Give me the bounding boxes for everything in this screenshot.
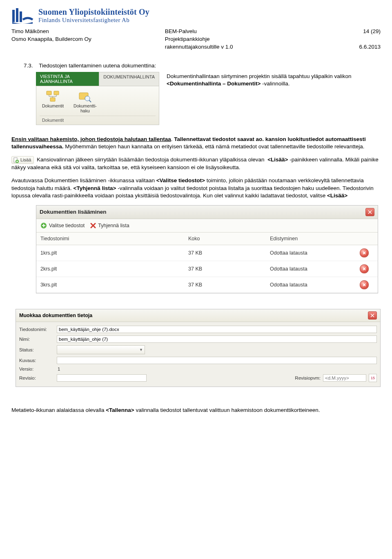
edit-metadata-dialog: Muokkaa dokumenttien tietoja Tiedostonim…	[16, 309, 381, 387]
value-versio: 1	[57, 367, 60, 371]
intro-paragraph: Dokumentinhallintaan siirtyminen projekt…	[167, 73, 378, 87]
row-delete-button[interactable]	[360, 248, 369, 257]
paragraph-save: Metatieto-ikkunan alalaidassa olevalla <…	[11, 407, 381, 414]
folder-tree-icon	[46, 90, 60, 103]
ribbon-btn-document-search[interactable]: Dokumentti- haku	[74, 90, 97, 113]
service-name: BEM-Palvelu	[165, 28, 359, 36]
label-versio: Versio:	[19, 367, 54, 371]
dialog-title: Dokumenttien lisääminen	[40, 209, 107, 215]
ribbon-tab-other[interactable]: DOKUMENTINHALLINTA	[99, 72, 159, 86]
section-title: Tiedostojen tallentaminen uutena dokumen…	[39, 63, 156, 69]
cell-progress: Odottaa latausta	[266, 245, 356, 261]
cell-size: 37 KB	[184, 277, 266, 293]
label-tiedostonimi: Tiedostonimi:	[19, 327, 54, 332]
add-page-icon	[13, 157, 19, 163]
cell-filename: 2krs.plt	[36, 261, 184, 277]
doc-header: Timo Mälkönen Osmo Knaappila, Buildercom…	[11, 28, 381, 51]
plus-circle-icon	[40, 222, 47, 229]
cell-filename: 1krs.plt	[36, 245, 184, 261]
close-icon	[362, 283, 366, 287]
paragraph-lisaa-button: Lisää Kansiovalinnan jälkeen siirrytään …	[11, 156, 381, 171]
input-nimi[interactable]	[57, 335, 377, 343]
cell-progress: Odottaa latausta	[266, 261, 356, 277]
x-red-icon	[90, 223, 96, 228]
svg-rect-5	[50, 98, 55, 101]
ribbon-tab-active[interactable]: VIESTINTÄ JA AJANHALLINTA	[36, 72, 99, 86]
close-icon	[368, 210, 372, 214]
add-documents-dialog: Dokumenttien lisääminen Valitse tiedosto…	[36, 205, 378, 293]
calendar-icon[interactable]: 15	[369, 374, 377, 382]
input-revisio[interactable]	[57, 374, 147, 382]
svg-line-8	[89, 100, 91, 102]
svg-rect-4	[54, 91, 59, 95]
col-filename: Tiedostonimi	[36, 233, 184, 245]
company-logo-icon	[11, 7, 33, 24]
logo-title-sv: Finlands Universitetsfastigheter Ab	[38, 17, 149, 24]
label-status: Status:	[19, 347, 54, 352]
col-size: Koko	[184, 233, 266, 245]
table-row: 2krs.plt37 KBOdottaa latausta	[36, 261, 378, 277]
doc-date: 6.6.2013	[359, 43, 381, 51]
lisaa-chip[interactable]: Lisää	[11, 156, 34, 164]
close-icon	[362, 267, 366, 271]
table-row: 3krs.plt37 KBOdottaa latausta	[36, 277, 378, 293]
svg-rect-0	[12, 10, 15, 22]
close-icon	[370, 313, 374, 318]
select-status[interactable]: ▼	[57, 345, 145, 354]
doc-version: rakennuttajakonsultille v 1.0	[165, 43, 359, 51]
paragraph-add-dialog: Avautuvassa Dokumenttien lisääminen -ikk…	[11, 177, 381, 199]
row-delete-button[interactable]	[360, 264, 369, 273]
folder-search-icon	[78, 90, 92, 103]
ribbon-screenshot: VIESTINTÄ JA AJANHALLINTA DOKUMENTINHALL…	[36, 72, 159, 125]
upload-table: Tiedostonimi Koko Edistyminen 1krs.plt37…	[36, 233, 378, 293]
paragraph-select-folder: Ensin valitaan hakemisto, johon tiedosto…	[11, 136, 381, 150]
author-1: Timo Mälkönen	[11, 28, 91, 36]
ribbon-group-label: Dokumentit	[40, 116, 156, 124]
ribbon-btn-documents[interactable]: Dokumentit	[42, 90, 64, 113]
dialog-close-button[interactable]	[365, 208, 374, 216]
input-kuvaus[interactable]	[57, 357, 377, 364]
cell-size: 37 KB	[184, 245, 266, 261]
cell-size: 37 KB	[184, 261, 266, 277]
input-tiedostonimi[interactable]	[57, 326, 377, 333]
doc-subtitle: Projektipankkiohje	[165, 36, 359, 43]
label-revisio: Revisio:	[19, 376, 54, 380]
input-revisiopvm[interactable]	[323, 374, 366, 382]
clear-list-button[interactable]: Tyhjennä lista	[90, 223, 129, 228]
page-number: 14 (29)	[359, 28, 381, 36]
select-files-button[interactable]: Valitse tiedostot	[40, 222, 85, 229]
svg-rect-3	[47, 91, 51, 95]
logo-block: Suomen Yliopistokiinteistöt Oy Finlands …	[11, 7, 381, 24]
chevron-down-icon: ▼	[139, 348, 143, 352]
svg-rect-2	[20, 11, 22, 22]
meta-dialog-close-button[interactable]	[368, 311, 377, 320]
col-progress: Edistyminen	[266, 233, 356, 245]
label-kuvaus: Kuvaus:	[19, 358, 54, 363]
label-nimi: Nimi:	[19, 337, 54, 342]
close-icon	[362, 251, 366, 255]
cell-filename: 3krs.plt	[36, 277, 184, 293]
section-number: 7.3.	[24, 63, 33, 69]
logo-title-fi: Suomen Yliopistokiinteistöt Oy	[38, 7, 149, 17]
cell-progress: Odottaa latausta	[266, 277, 356, 293]
author-2: Osmo Knaappila, Buildercom Oy	[11, 36, 91, 43]
label-revisiopvm: Revisiopvm:	[295, 376, 321, 380]
row-delete-button[interactable]	[360, 280, 369, 289]
svg-rect-1	[16, 8, 18, 22]
meta-dialog-title: Muokkaa dokumenttien tietoja	[19, 313, 92, 318]
table-row: 1krs.plt37 KBOdottaa latausta	[36, 245, 378, 261]
